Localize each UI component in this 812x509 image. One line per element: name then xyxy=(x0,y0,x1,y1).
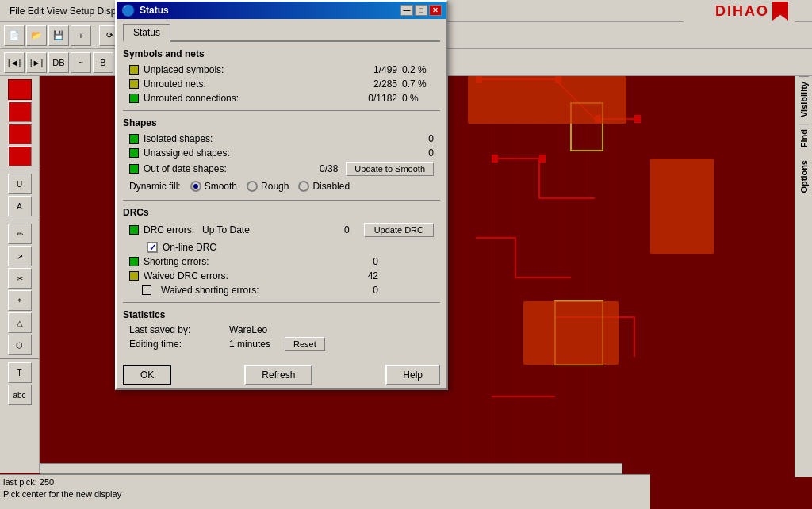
radio-rough-icon[interactable] xyxy=(247,181,258,192)
out-of-date-shapes-value: 0/38 xyxy=(290,163,338,174)
help-button[interactable]: Help xyxy=(385,365,440,385)
svg-rect-18 xyxy=(650,159,714,254)
snap-btn2[interactable]: |►| xyxy=(26,52,47,73)
unassigned-shapes-label: Unassigned shapes: xyxy=(144,147,381,159)
waived-drc-errors-row: Waived DRC errors: 42 xyxy=(123,269,440,283)
sep-1 xyxy=(123,110,440,111)
shorting-errors-label: Shorting errors: xyxy=(144,256,209,267)
refresh-button[interactable]: Refresh xyxy=(244,365,312,385)
logo-icon xyxy=(772,2,788,21)
right-panel: Visibility Find Options xyxy=(795,76,812,477)
unassigned-shapes-row: Unassigned shapes: 0 xyxy=(123,146,440,160)
new-btn[interactable]: 📄 xyxy=(4,25,25,46)
logo-area: DIHAO xyxy=(684,0,795,22)
find-label[interactable]: Find xyxy=(799,124,809,154)
tab-status[interactable]: Status xyxy=(123,24,170,42)
unplaced-symbols-value: 1/499 xyxy=(350,64,397,75)
snap-btn[interactable]: |◄| xyxy=(4,52,25,73)
waived-shorting-value: 0 xyxy=(373,285,378,296)
isolated-shapes-label: Isolated shapes: xyxy=(144,133,381,144)
maximize-button[interactable]: □ xyxy=(415,5,427,16)
tab-strip: Status xyxy=(123,22,440,42)
drc-errors-sublabel: Up To Date xyxy=(202,224,250,235)
sidebar-btn-3[interactable] xyxy=(8,124,32,144)
tb-btn4[interactable]: + xyxy=(71,25,91,46)
unplaced-symbols-icon xyxy=(129,65,139,75)
unassigned-shapes-icon xyxy=(129,148,139,158)
isolated-shapes-value: 0 xyxy=(386,133,434,144)
sidebar-btn-9[interactable]: ✂ xyxy=(8,268,32,289)
svg-rect-17 xyxy=(468,76,626,124)
titlebar-title-group: 🔵 Status xyxy=(121,4,169,17)
save-btn[interactable]: 💾 xyxy=(48,25,69,46)
unrouted-connections-icon xyxy=(129,94,139,103)
unrouted-nets-value: 2/285 xyxy=(350,78,397,90)
waived-drc-value: 42 xyxy=(368,270,378,281)
radio-disabled-label: Disabled xyxy=(312,181,350,192)
pin-btn[interactable]: B xyxy=(93,52,113,73)
minimize-button[interactable]: — xyxy=(400,5,413,16)
radio-smooth-label: Smooth xyxy=(205,181,237,192)
unrouted-connections-label: Unrouted connections: xyxy=(144,93,345,104)
editing-time-label: Editing time: xyxy=(129,339,224,350)
ok-button[interactable]: OK xyxy=(123,365,171,385)
editing-time-row: Editing time: 1 minutes Reset xyxy=(123,336,440,352)
dynamic-fill-group: Dynamic fill: Smooth Rough Disabled xyxy=(123,178,440,195)
close-button[interactable]: ✕ xyxy=(429,5,442,16)
sidebar-btn-5[interactable]: U xyxy=(8,174,32,194)
sidebar-btn-11[interactable]: △ xyxy=(8,312,32,333)
radio-smooth[interactable]: Smooth xyxy=(190,181,237,192)
sidebar-btn-1[interactable] xyxy=(8,79,32,100)
sep-3 xyxy=(123,302,440,303)
dialog-titlebar: 🔵 Status — □ ✕ xyxy=(117,2,446,19)
waived-shorting-errors-row: Waived shorting errors: 0 xyxy=(123,283,440,297)
radio-disabled[interactable]: Disabled xyxy=(298,181,350,192)
sidebar-btn-8[interactable]: ↗ xyxy=(8,246,32,266)
sep-2 xyxy=(123,200,440,201)
symbols-nets-header: Symbols and nets xyxy=(123,48,440,59)
status-line-2: Pick center for the new display xyxy=(3,488,647,500)
radio-smooth-icon[interactable] xyxy=(190,181,201,192)
waived-drc-icon xyxy=(129,271,139,281)
db-btn[interactable]: DB xyxy=(48,52,69,73)
reset-button[interactable]: Reset xyxy=(285,337,325,351)
sidebar-btn-13[interactable]: T xyxy=(8,362,32,383)
radio-disabled-icon[interactable] xyxy=(298,181,309,192)
sidebar-sep3 xyxy=(0,358,39,359)
open-btn[interactable]: 📂 xyxy=(26,25,47,46)
dialog-title: Status xyxy=(140,5,169,16)
sidebar-btn-4[interactable] xyxy=(8,146,32,166)
drc-errors-value: 0 xyxy=(344,224,350,235)
titlebar-controls: — □ ✕ xyxy=(400,5,442,16)
sidebar-btn-12[interactable]: ⬡ xyxy=(8,335,32,355)
shapes-header: Shapes xyxy=(123,117,440,128)
isolated-shapes-row: Isolated shapes: 0 xyxy=(123,132,440,146)
unrouted-connections-percent: 0 % xyxy=(402,93,434,104)
drc-errors-label: DRC errors: xyxy=(144,224,194,235)
unrouted-connections-value: 0/1182 xyxy=(350,93,397,104)
sidebar-btn-14[interactable]: abc xyxy=(8,385,32,405)
drc-errors-icon xyxy=(129,225,139,235)
unassigned-shapes-value: 0 xyxy=(386,147,434,159)
online-drc-label: On-line DRC xyxy=(163,242,216,253)
toolbar-sep1 xyxy=(94,26,97,45)
sidebar-btn-6[interactable]: A xyxy=(8,196,32,216)
sidebar-btn-7[interactable]: ✏ xyxy=(8,224,32,244)
last-saved-label: Last saved by: xyxy=(129,324,224,335)
sidebar-btn-10[interactable]: ⌖ xyxy=(8,290,32,311)
online-drc-row: ✓ On-line DRC xyxy=(123,240,440,254)
options-label[interactable]: Options xyxy=(799,154,809,200)
update-drc-button[interactable]: Update DRC xyxy=(364,223,434,237)
radio-rough-label: Rough xyxy=(261,181,289,192)
net-btn[interactable]: ~ xyxy=(71,52,91,73)
unplaced-symbols-label: Unplaced symbols: xyxy=(144,64,345,75)
online-drc-checkbox[interactable]: ✓ xyxy=(147,242,158,253)
waived-drc-label: Waived DRC errors: xyxy=(144,270,228,281)
svg-rect-19 xyxy=(523,301,619,365)
radio-rough[interactable]: Rough xyxy=(247,181,289,192)
sidebar-btn-2[interactable] xyxy=(8,101,32,122)
sidebar-sep2 xyxy=(0,220,39,220)
update-to-smooth-button[interactable]: Update to Smooth xyxy=(346,162,434,176)
visibility-label[interactable]: Visibility xyxy=(799,76,809,124)
statistics-header: Statistics xyxy=(123,309,440,320)
